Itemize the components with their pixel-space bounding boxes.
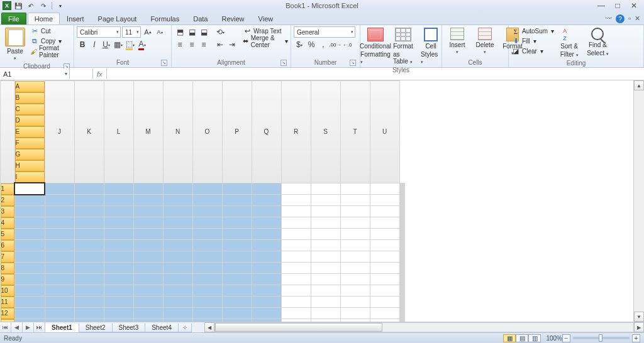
- cell[interactable]: [163, 195, 192, 206]
- cell[interactable]: [45, 240, 74, 251]
- cell[interactable]: [340, 274, 370, 285]
- cell[interactable]: [340, 229, 370, 240]
- cell[interactable]: [404, 217, 404, 229]
- cell[interactable]: [133, 229, 163, 240]
- tab-data[interactable]: Data: [186, 13, 214, 24]
- cell[interactable]: [74, 251, 104, 263]
- qat-dropdown-icon[interactable]: ▼: [55, 1, 66, 11]
- clear-button[interactable]: ◪Clear▾: [511, 46, 554, 56]
- cell[interactable]: [281, 229, 311, 240]
- tab-review[interactable]: Review: [214, 13, 251, 24]
- font-name-select[interactable]: Calibri▾: [77, 26, 121, 38]
- cell[interactable]: [104, 263, 133, 274]
- cell[interactable]: [404, 229, 404, 240]
- cell[interactable]: [222, 217, 252, 229]
- cell[interactable]: [192, 206, 222, 217]
- row-header[interactable]: 8: [1, 263, 14, 274]
- cell[interactable]: [281, 240, 311, 251]
- cell[interactable]: [340, 217, 370, 229]
- zoom-level[interactable]: 100%: [546, 335, 562, 342]
- col-header[interactable]: D: [15, 115, 45, 126]
- cell[interactable]: [252, 195, 281, 206]
- cell[interactable]: [14, 206, 45, 217]
- cell[interactable]: [281, 251, 311, 263]
- row-header[interactable]: 1: [1, 183, 14, 195]
- cell[interactable]: [192, 297, 222, 308]
- cell[interactable]: [104, 274, 133, 285]
- col-header[interactable]: B: [15, 92, 45, 104]
- accounting-format-icon[interactable]: $▾: [294, 39, 305, 50]
- cell[interactable]: [252, 217, 281, 229]
- cell[interactable]: [222, 308, 252, 319]
- col-header[interactable]: R: [281, 81, 311, 183]
- cell[interactable]: [104, 308, 133, 319]
- cell[interactable]: [74, 195, 104, 206]
- redo-icon[interactable]: ↷: [38, 1, 49, 11]
- italic-button[interactable]: I: [89, 39, 100, 50]
- row-header[interactable]: 7: [1, 251, 14, 263]
- cell[interactable]: [163, 251, 192, 263]
- col-header[interactable]: J: [45, 81, 74, 183]
- fill-color-button[interactable]: ⬚▾: [125, 39, 136, 50]
- number-format-select[interactable]: General▾: [294, 26, 355, 38]
- cell[interactable]: [163, 263, 192, 274]
- align-center-icon[interactable]: ≡: [186, 39, 197, 50]
- minimize-icon[interactable]: —: [596, 1, 606, 10]
- format-painter-button[interactable]: 🖌Format Painter: [30, 46, 71, 56]
- cell[interactable]: [340, 297, 370, 308]
- cell[interactable]: [14, 251, 45, 263]
- cell[interactable]: [104, 285, 133, 297]
- cell[interactable]: [133, 240, 163, 251]
- delete-cells-button[interactable]: Delete▾: [472, 26, 497, 56]
- align-left-icon[interactable]: ≡: [174, 39, 186, 50]
- align-middle-icon[interactable]: ⬓: [186, 26, 197, 38]
- cell[interactable]: [281, 297, 311, 308]
- cell[interactable]: [340, 251, 370, 263]
- cell[interactable]: [222, 263, 252, 274]
- cell[interactable]: [370, 297, 399, 308]
- paste-button[interactable]: Paste▾: [3, 26, 28, 62]
- cell[interactable]: [340, 240, 370, 251]
- cell[interactable]: [104, 206, 133, 217]
- cell[interactable]: [252, 240, 281, 251]
- percent-format-icon[interactable]: %: [306, 39, 317, 50]
- tab-nav-prev-icon[interactable]: ◀: [11, 322, 23, 332]
- row-header[interactable]: 9: [1, 274, 14, 285]
- window-restore-icon[interactable]: ▫: [628, 14, 631, 23]
- row-header[interactable]: 2: [1, 195, 14, 206]
- cell[interactable]: [340, 308, 370, 319]
- cell[interactable]: [222, 206, 252, 217]
- cell[interactable]: [74, 274, 104, 285]
- cell[interactable]: [311, 263, 340, 274]
- cell[interactable]: [192, 251, 222, 263]
- cell[interactable]: [222, 274, 252, 285]
- grow-font-icon[interactable]: A▴: [142, 26, 153, 38]
- cell[interactable]: [163, 285, 192, 297]
- col-header[interactable]: F: [15, 138, 45, 149]
- insert-cells-button[interactable]: Insert▾: [445, 26, 470, 56]
- cell[interactable]: [74, 183, 104, 195]
- cell[interactable]: [340, 263, 370, 274]
- cell[interactable]: [281, 217, 311, 229]
- cell[interactable]: [252, 251, 281, 263]
- cell[interactable]: [404, 308, 404, 319]
- cell[interactable]: [192, 285, 222, 297]
- sheet-tab[interactable]: Sheet2: [79, 324, 113, 332]
- cell[interactable]: [281, 195, 311, 206]
- cut-button[interactable]: ✂Cut: [30, 26, 71, 36]
- cell[interactable]: [252, 229, 281, 240]
- col-header[interactable]: P: [222, 81, 252, 183]
- cell[interactable]: [311, 183, 340, 195]
- cell[interactable]: [163, 217, 192, 229]
- cell[interactable]: [281, 183, 311, 195]
- zoom-out-icon[interactable]: −: [562, 334, 570, 342]
- cell[interactable]: [222, 251, 252, 263]
- align-right-icon[interactable]: ≡: [198, 39, 209, 50]
- cell[interactable]: [104, 183, 133, 195]
- cell[interactable]: [222, 285, 252, 297]
- cell[interactable]: [311, 285, 340, 297]
- cell[interactable]: [370, 217, 399, 229]
- cell[interactable]: [74, 263, 104, 274]
- cell[interactable]: [192, 183, 222, 195]
- tab-formulas[interactable]: Formulas: [143, 13, 186, 24]
